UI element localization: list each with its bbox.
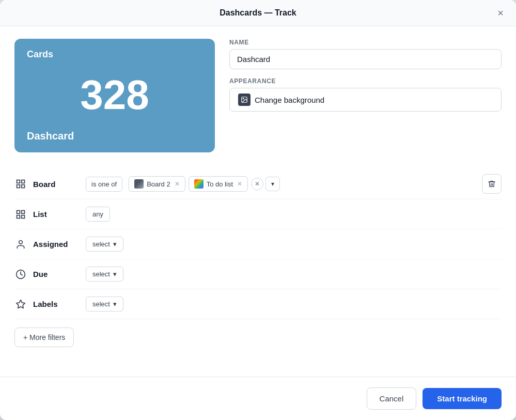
svg-rect-6 [17, 210, 20, 213]
dialog-footer: Cancel Start tracking [0, 377, 516, 420]
dialog-body: Cards 328 Dashcard NAME APPEARANCE [0, 26, 516, 377]
image-icon [238, 94, 251, 106]
labels-select-button[interactable]: select ▾ [86, 297, 123, 312]
due-filter-name: Due [33, 270, 80, 278]
svg-point-10 [19, 240, 23, 244]
svg-rect-8 [17, 215, 20, 218]
dialog-header: Dashcards — Track × [0, 0, 516, 26]
svg-rect-9 [22, 215, 25, 218]
list-any-chip: any [86, 207, 110, 222]
assigned-filter-name: Assigned [33, 240, 80, 248]
board-tag-board2: Board 2 ✕ [129, 176, 185, 192]
due-select-button[interactable]: select ▾ [86, 267, 123, 282]
close-button[interactable]: × [493, 6, 508, 20]
card-preview-label: Cards [27, 49, 202, 60]
svg-point-1 [243, 98, 244, 99]
assigned-icon [14, 239, 27, 250]
board-clear-button[interactable]: ✕ [251, 178, 263, 190]
todolist-label: To do list [207, 180, 233, 188]
name-input[interactable] [229, 49, 502, 69]
todolist-remove[interactable]: ✕ [237, 180, 242, 188]
svg-rect-5 [22, 185, 25, 188]
board-delete-button[interactable] [482, 174, 502, 194]
labels-filter-name: Labels [33, 300, 80, 308]
board-filter-row: Board is one of Board 2 ✕ To do list ✕ [14, 169, 502, 199]
change-background-button[interactable]: Change background [229, 88, 502, 112]
assigned-select-button[interactable]: select ▾ [86, 237, 123, 252]
board2-icon [134, 179, 144, 189]
svg-rect-4 [17, 185, 20, 188]
svg-rect-7 [22, 210, 25, 213]
name-label: NAME [229, 39, 502, 46]
close-icon: × [497, 7, 504, 19]
card-preview-number: 328 [27, 60, 202, 130]
list-filter-name: List [33, 210, 80, 219]
filters-section: Board is one of Board 2 ✕ To do list ✕ [14, 169, 502, 319]
trash-icon [488, 180, 496, 188]
change-background-label: Change background [255, 96, 324, 104]
svg-rect-2 [17, 180, 20, 183]
right-section: NAME APPEARANCE Change background [229, 39, 502, 152]
top-section: Cards 328 Dashcard NAME APPEARANCE [14, 39, 502, 152]
board2-remove[interactable]: ✕ [175, 180, 180, 188]
labels-chevron-icon: ▾ [113, 300, 117, 308]
board-dropdown-controls: ✕ ▾ [251, 177, 280, 191]
assigned-chevron-icon: ▾ [113, 240, 117, 248]
todolist-icon [194, 179, 204, 189]
board-icon [14, 179, 27, 189]
assigned-filter-row: Assigned select ▾ [14, 229, 502, 259]
svg-marker-12 [17, 300, 25, 308]
dialog: Dashcards — Track × Cards 328 Dashcard N… [0, 0, 516, 420]
labels-icon [14, 299, 27, 309]
name-field-group: NAME [229, 39, 502, 69]
card-preview-name: Dashcard [27, 130, 202, 142]
due-icon [14, 269, 27, 279]
list-icon [14, 209, 27, 220]
svg-rect-3 [22, 180, 25, 183]
list-filter-row: List any [14, 199, 502, 229]
dialog-title: Dashcards — Track [220, 8, 296, 18]
more-filters-button[interactable]: + More filters [14, 328, 74, 347]
labels-filter-row: Labels select ▾ [14, 289, 502, 319]
start-tracking-button[interactable]: Start tracking [423, 388, 502, 409]
board-condition-chip[interactable]: is one of [86, 177, 122, 192]
board-chevron-button[interactable]: ▾ [265, 177, 280, 191]
appearance-field-group: APPEARANCE Change background [229, 77, 502, 112]
board-tag-todolist: To do list ✕ [189, 176, 248, 192]
cancel-button[interactable]: Cancel [367, 387, 417, 410]
due-filter-row: Due select ▾ [14, 259, 502, 289]
appearance-label: APPEARANCE [229, 77, 502, 85]
board2-label: Board 2 [147, 180, 170, 188]
card-preview: Cards 328 Dashcard [14, 39, 215, 152]
due-chevron-icon: ▾ [113, 270, 117, 278]
board-filter-name: Board [33, 180, 80, 189]
more-filters-label: + More filters [23, 333, 65, 341]
board-tags: Board 2 ✕ To do list ✕ ✕ ▾ [129, 176, 280, 192]
